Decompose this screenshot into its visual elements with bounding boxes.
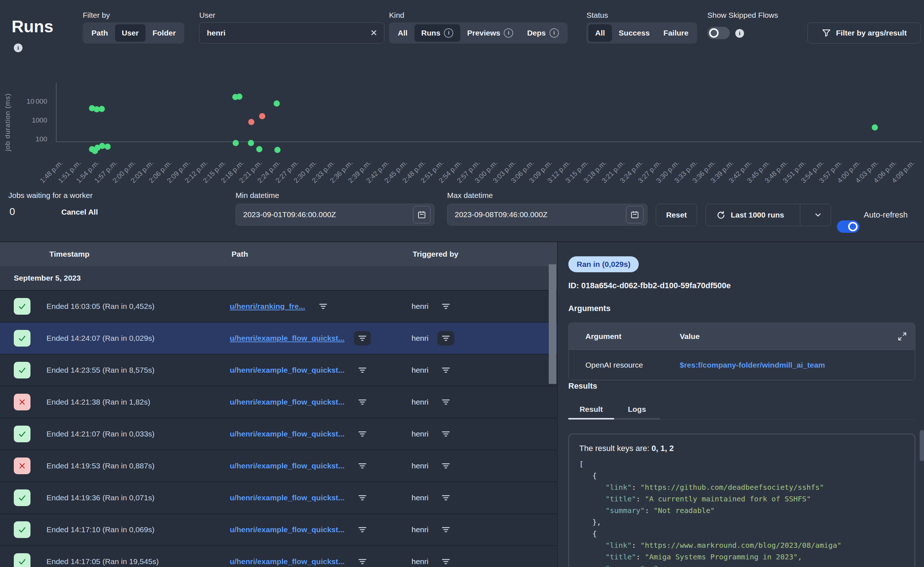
- filter-by-option-folder[interactable]: Folder: [146, 24, 182, 42]
- filter-args-result-button[interactable]: Filter by args/result: [808, 22, 921, 44]
- path-filter-icon[interactable]: [354, 490, 371, 505]
- path-filter-icon[interactable]: [354, 331, 371, 345]
- chart-point-success[interactable]: [274, 147, 280, 153]
- chart-point-success[interactable]: [248, 140, 254, 146]
- y-tick-label: 1000: [4, 116, 47, 124]
- last-runs-dropdown-button[interactable]: [805, 204, 831, 226]
- path-filter-icon[interactable]: [354, 522, 371, 537]
- runs-info-icon[interactable]: i: [14, 44, 23, 52]
- path-filter-icon[interactable]: [354, 363, 371, 377]
- table-row[interactable]: Ended 14:24:07 (Ran in 0,029s)u/henri/ex…: [0, 322, 557, 354]
- chart-point-success[interactable]: [236, 93, 242, 100]
- chart-point-success[interactable]: [104, 144, 111, 150]
- user-filter-icon[interactable]: [437, 459, 454, 473]
- path-filter-icon[interactable]: [354, 459, 371, 473]
- row-path-cell: u/henri/example_flow_quickst...: [230, 322, 371, 354]
- kind-option-previews[interactable]: Previewsi: [460, 24, 520, 42]
- kind-option-deps[interactable]: Depsi: [520, 24, 566, 42]
- max-datetime-value[interactable]: 2023-09-08T09:46:00.000Z: [455, 210, 548, 219]
- user-filter-input[interactable]: [206, 28, 370, 38]
- user-filter-icon[interactable]: [437, 363, 454, 377]
- path-link[interactable]: u/henri/ranking_fre...: [230, 302, 305, 311]
- filter-by-option-user[interactable]: User: [115, 24, 146, 42]
- cancel-all-button[interactable]: Cancel All: [61, 208, 98, 216]
- table-row[interactable]: Ended 14:17:10 (Ran in 0,069s)u/henri/ex…: [0, 514, 557, 546]
- status-option-success[interactable]: Success: [612, 24, 656, 42]
- path-filter-icon[interactable]: [354, 395, 371, 409]
- table-row[interactable]: Ended 14:21:07 (Ran in 0,033s)u/henri/ex…: [0, 418, 557, 450]
- path-link[interactable]: u/henri/example_flow_quickst...: [230, 430, 345, 438]
- user-filter-icon[interactable]: [437, 522, 454, 537]
- page-scrollbar[interactable]: [919, 430, 924, 461]
- path-link[interactable]: u/henri/example_flow_quickst...: [230, 462, 345, 470]
- kind-option-runs[interactable]: Runsi: [414, 24, 460, 42]
- info-icon: i: [444, 28, 453, 38]
- toggle-knob: [848, 222, 858, 231]
- filter-args-result-label: Filter by args/result: [836, 28, 907, 38]
- table-row[interactable]: Ended 14:19:53 (Ran in 0,887s)u/henri/ex…: [0, 450, 557, 482]
- status-option-all[interactable]: All: [588, 24, 612, 42]
- auto-refresh-toggle[interactable]: [837, 220, 859, 233]
- runs-table-section: Timestamp Path Triggered by September 5,…: [0, 242, 924, 567]
- status-option-failure[interactable]: Failure: [656, 24, 695, 42]
- chart-point-success[interactable]: [233, 140, 239, 146]
- chart-point-success[interactable]: [872, 124, 878, 130]
- filter-by-option-path[interactable]: Path: [84, 24, 115, 42]
- result-keys-line: The result keys are: 0, 1, 2: [579, 444, 915, 453]
- code-line: "title": "A currently maintained fork of…: [579, 493, 915, 505]
- tab-logs[interactable]: Logs: [614, 400, 660, 420]
- path-link[interactable]: u/henri/example_flow_quickst...: [230, 334, 345, 343]
- path-link[interactable]: u/henri/example_flow_quickst...: [230, 494, 345, 502]
- table-row[interactable]: Ended 14:17:05 (Ran in 19,545s)u/henri/e…: [0, 546, 557, 567]
- max-datetime-field[interactable]: 2023-09-08T09:46:00.000Z: [447, 204, 647, 225]
- row-timestamp: Ended 14:24:07 (Ran in 0,029s): [47, 322, 155, 354]
- row-timestamp: Ended 14:17:10 (Ran in 0,069s): [47, 514, 155, 545]
- min-datetime-value[interactable]: 2023-09-01T09:46:00.000Z: [243, 210, 336, 219]
- kind-option-all-label: All: [398, 28, 408, 38]
- expand-icon[interactable]: [897, 332, 907, 341]
- user-filter-icon[interactable]: [437, 554, 454, 567]
- path-link[interactable]: u/henri/example_flow_quickst...: [230, 398, 345, 406]
- user-filter-icon[interactable]: [437, 299, 454, 314]
- table-row[interactable]: Ended 14:19:36 (Ran in 0,071s)u/henri/ex…: [0, 482, 557, 514]
- chart-point-success[interactable]: [99, 106, 105, 112]
- user-filter-icon[interactable]: [437, 490, 454, 505]
- show-skipped-toggle[interactable]: [707, 27, 730, 39]
- clear-user-filter-icon[interactable]: ✕: [370, 28, 378, 38]
- min-datetime-field[interactable]: 2023-09-01T09:46:00.000Z: [236, 204, 435, 225]
- triggered-by-user: henri: [412, 462, 429, 470]
- path-filter-icon[interactable]: [354, 427, 371, 441]
- user-filter-icon[interactable]: [437, 331, 454, 345]
- argument-value-link[interactable]: $res:f/company-folder/windmill_ai_team: [680, 361, 915, 369]
- min-datetime-calendar-icon[interactable]: [413, 206, 430, 224]
- path-link[interactable]: u/henri/example_flow_quickst...: [230, 366, 345, 375]
- last-runs-button[interactable]: Last 1000 runs: [706, 204, 795, 226]
- table-row[interactable]: Ended 14:23:55 (Ran in 8,575s)u/henri/ex…: [0, 354, 557, 387]
- kind-option-all[interactable]: All: [391, 24, 414, 42]
- triggered-by-user: henri: [412, 557, 429, 566]
- tab-result[interactable]: Result: [568, 400, 614, 420]
- path-link[interactable]: u/henri/example_flow_quickst...: [230, 557, 345, 566]
- reset-button[interactable]: Reset: [656, 204, 697, 226]
- path-filter-icon[interactable]: [315, 299, 332, 314]
- kind-toggle-group: AllRunsiPreviewsiDepsi: [389, 22, 567, 44]
- table-scrollbar[interactable]: [549, 264, 556, 384]
- path-filter-icon[interactable]: [354, 554, 371, 567]
- code-line: "summary": "Not readable": [579, 505, 915, 516]
- path-link[interactable]: u/henri/example_flow_quickst...: [230, 525, 345, 534]
- result-json: [ { "link": "https://github.com/deadbeef…: [579, 458, 915, 567]
- user-filter-icon[interactable]: [437, 427, 454, 441]
- user-filter-icon[interactable]: [437, 395, 454, 409]
- funnel-icon: [822, 28, 831, 38]
- chart-point-failure[interactable]: [248, 119, 254, 125]
- max-datetime-calendar-icon[interactable]: [626, 206, 644, 224]
- chart-point-success[interactable]: [256, 146, 262, 152]
- chart-point-failure[interactable]: [259, 113, 265, 119]
- table-row[interactable]: Ended 16:03:05 (Ran in 0,452s)u/henri/ra…: [0, 291, 557, 322]
- row-path-cell: u/henri/ranking_fre...: [230, 291, 332, 322]
- table-row[interactable]: Ended 14:21:38 (Ran in 1,82s)u/henri/exa…: [0, 387, 557, 418]
- row-path-cell: u/henri/example_flow_quickst...: [230, 514, 371, 545]
- row-triggered-by-cell: henri: [412, 546, 454, 567]
- show-skipped-info-icon[interactable]: i: [735, 29, 744, 38]
- chart-point-success[interactable]: [274, 100, 280, 106]
